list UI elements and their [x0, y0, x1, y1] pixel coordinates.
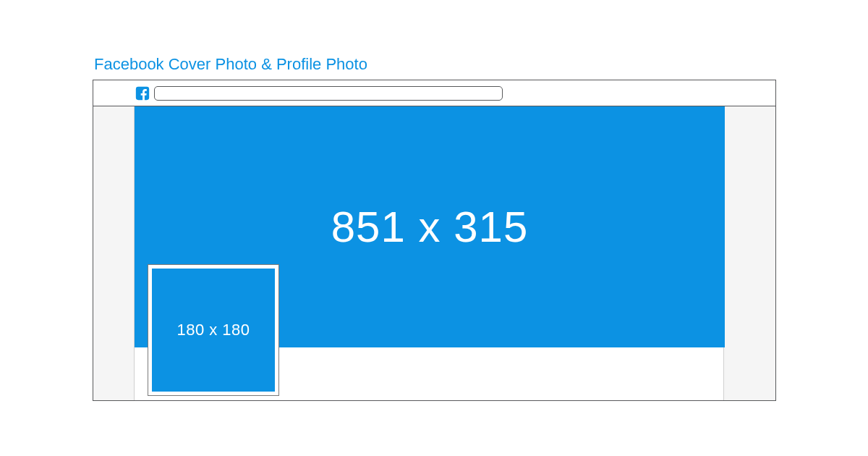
sidebar-left [93, 106, 135, 400]
facebook-icon [135, 86, 150, 101]
cover-dimensions-label: 851 x 315 [331, 202, 529, 252]
profile-dimensions-label: 180 x 180 [176, 321, 250, 339]
profile-photo-area: 180 x 180 [152, 269, 275, 392]
page-title: Facebook Cover Photo & Profile Photo [94, 55, 367, 74]
topbar [93, 80, 775, 106]
profile-photo-frame: 180 x 180 [148, 264, 279, 396]
content-area: 851 x 315 180 x 180 [93, 106, 775, 400]
search-input[interactable] [154, 86, 503, 101]
facebook-mockup-frame: 851 x 315 180 x 180 [93, 80, 776, 401]
sidebar-right [723, 106, 775, 400]
